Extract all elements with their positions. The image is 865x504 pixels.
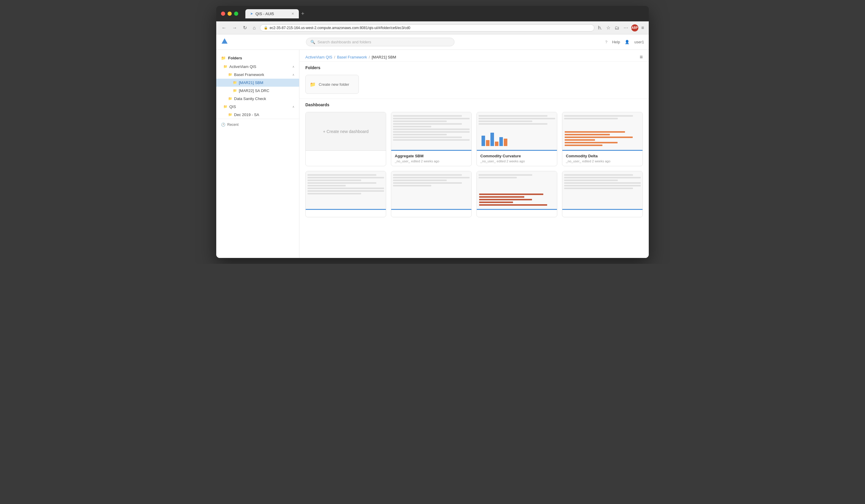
url-text: ec2-35-87-215-164.us-west-2.compute.amaz…	[270, 26, 591, 30]
chart-preview-6	[477, 171, 557, 210]
sidebar-item-data-sanity-check[interactable]: 📁 Data Sanity Check	[216, 95, 299, 103]
mini-hbar-chart	[565, 130, 640, 147]
clock-icon: 🕐	[221, 122, 226, 127]
folder-icon: 📁	[223, 105, 228, 109]
dashboard-preview-7	[562, 171, 643, 210]
maximize-button[interactable]	[234, 12, 238, 16]
security-icon: 🔒	[264, 26, 268, 30]
dashboard-card-6[interactable]	[476, 171, 557, 217]
tab-bar: ➤ QIS - AUI5 ✕ +	[245, 9, 644, 19]
breadcrumb-sep: /	[334, 55, 335, 59]
folder-plus-icon: 📁	[310, 82, 316, 87]
sidebar-item-mar22-sa-drc[interactable]: 📁 [MAR22] SA DRC	[216, 87, 299, 95]
svg-marker-0	[222, 38, 228, 44]
extensions-icon[interactable]: h.	[597, 24, 603, 32]
card-highlight-border	[477, 150, 557, 151]
sidebar-item-dec2019-sa[interactable]: 📁 Dec 2019 - SA	[216, 111, 299, 119]
breadcrumb-basel[interactable]: Basel Framework	[337, 55, 367, 59]
chart-preview-4	[305, 171, 386, 210]
address-bar[interactable]: 🔒 ec2-35-87-215-164.us-west-2.compute.am…	[260, 24, 595, 32]
dashboard-info-4	[305, 210, 386, 217]
dashboard-info-6	[477, 210, 557, 216]
nav-bar: ← → ↻ ⌂ 🔒 ec2-35-87-215-164.us-west-2.co…	[216, 21, 649, 34]
help-label[interactable]: Help	[612, 40, 620, 44]
main-content: ActiveViam QIS / Basel Framework / [MAR2…	[299, 50, 649, 258]
breadcrumb-sep2: /	[369, 55, 370, 59]
traffic-lights	[221, 12, 238, 16]
bookmark-icon[interactable]: ☆	[605, 24, 612, 32]
card-highlight-border	[562, 150, 643, 151]
forward-button[interactable]: →	[231, 24, 239, 32]
more-icon[interactable]: ⋯	[622, 24, 630, 32]
dashboard-name: Aggregate SBM	[395, 154, 468, 158]
home-button[interactable]: ⌂	[251, 24, 257, 32]
folders-section-title: Folders	[299, 61, 649, 72]
close-button[interactable]	[221, 12, 225, 16]
profile-avatar[interactable]: ABP	[631, 24, 638, 32]
app-body: 📁 Folders 📁 ActiveViam QIS ∧ 📁 Basel Fra…	[216, 50, 649, 258]
tree-item-label: QIS	[229, 105, 236, 109]
hbar	[565, 144, 602, 146]
sidebar-item-basel-framework[interactable]: 📁 Basel Framework ∧	[216, 71, 299, 79]
search-icon: 🔍	[310, 40, 315, 44]
dashboard-name: Commodity Delta	[566, 154, 639, 158]
sidebar-item-activeviam-qis[interactable]: 📁 ActiveViam QIS ∧	[216, 63, 299, 71]
dashboard-info-5	[391, 210, 471, 216]
bar	[495, 142, 498, 146]
bar	[482, 136, 485, 146]
folder-icon: 📁	[228, 113, 232, 117]
create-dashboard-card[interactable]: + Create new dashboard	[305, 112, 386, 166]
dashboard-card-5[interactable]	[391, 171, 472, 217]
mini-bar-chart	[482, 131, 552, 146]
back-button[interactable]: ←	[220, 24, 228, 32]
dashboard-meta: _no_user_ edited 2 weeks ago	[480, 160, 553, 163]
folder-icon: 📁	[223, 65, 228, 69]
bar	[499, 137, 503, 146]
chart-preview-7	[562, 171, 643, 210]
hbar	[479, 196, 524, 198]
tree-item-label: ActiveViam QIS	[229, 65, 256, 69]
minimize-button[interactable]	[228, 12, 232, 16]
dashboard-info-curvature: Commodity Curvature _no_user_ edited 2 w…	[477, 151, 557, 166]
card-highlight-border	[391, 150, 471, 151]
refresh-button[interactable]: ↻	[241, 24, 249, 32]
chart-preview-curvature	[477, 112, 557, 151]
chart-preview-aggregate	[391, 112, 471, 151]
tab-close-icon[interactable]: ✕	[291, 12, 294, 16]
dashboard-info-7	[562, 210, 643, 216]
create-folder-card[interactable]: 📁 Create new folder	[305, 75, 359, 94]
nav-right: h. ☆ 🗂 ⋯ ABP ≡	[597, 24, 645, 32]
pocket-icon[interactable]: 🗂	[613, 24, 621, 32]
app-header: 🔍 Search dashboards and folders ? Help 👤…	[216, 34, 649, 50]
breadcrumb-activeviam[interactable]: ActiveViam QIS	[305, 55, 332, 59]
sidebar-item-qis[interactable]: 📁 QIS ∧	[216, 103, 299, 111]
user-label[interactable]: user1	[634, 40, 644, 44]
tree-item-label: [MAR21] SBM	[239, 80, 263, 85]
create-dashboard-label: + Create new dashboard	[323, 129, 369, 134]
new-tab-button[interactable]: +	[299, 11, 307, 17]
menu-button[interactable]: ≡	[640, 24, 645, 32]
tree-item-label: Basel Framework	[234, 72, 264, 77]
folder-icon: 📁	[233, 89, 237, 93]
sidebar-item-mar21-sbm[interactable]: 📁 [MAR21] SBM	[216, 79, 299, 87]
bar	[491, 133, 494, 146]
dashboard-card-7[interactable]	[562, 171, 643, 217]
bar	[504, 139, 507, 146]
header-right: ? Help 👤 user1	[605, 40, 644, 44]
chevron-up-icon: ∧	[292, 73, 295, 76]
dashboard-card-commodity-delta[interactable]: Commodity Delta _no_user_ edited 2 weeks…	[562, 112, 643, 166]
dashboard-name: Commodity Curvature	[480, 154, 553, 158]
hbar	[565, 137, 633, 138]
dashboard-card-4[interactable]	[305, 171, 386, 217]
view-options-icon[interactable]: ≡	[639, 54, 643, 60]
search-bar[interactable]: 🔍 Search dashboards and folders	[306, 38, 454, 46]
dashboard-card-commodity-curvature[interactable]: Commodity Curvature _no_user_ edited 2 w…	[476, 112, 557, 166]
tree-item-label: Dec 2019 - SA	[234, 113, 259, 117]
active-tab[interactable]: ➤ QIS - AUI5 ✕	[245, 9, 299, 19]
card-highlight-border	[305, 209, 386, 210]
dashboard-meta: _no_user_ edited 2 weeks ago	[566, 160, 639, 163]
dashboard-card-aggregate-sbm[interactable]: Aggregate SBM _no_user_ edited 2 weeks a…	[391, 112, 472, 166]
hbar	[565, 142, 618, 143]
tree-item-label: Data Sanity Check	[234, 96, 266, 101]
sidebar-footer[interactable]: 🕐 Recent	[216, 119, 299, 130]
